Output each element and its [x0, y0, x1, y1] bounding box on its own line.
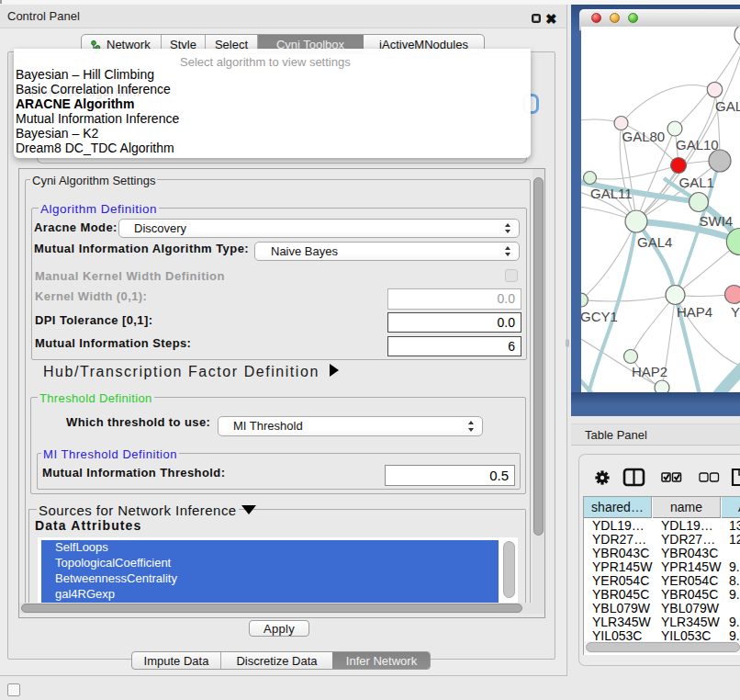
- svg-text:GAL11: GAL11: [590, 186, 633, 201]
- svg-text:SWI4: SWI4: [700, 213, 734, 229]
- svg-text:HAP4: HAP4: [677, 304, 712, 320]
- svg-text:Y: Y: [731, 304, 740, 320]
- svg-text:GAL10: GAL10: [676, 137, 719, 152]
- svg-text:GAL80: GAL80: [622, 129, 666, 144]
- svg-text:HAP2: HAP2: [632, 364, 667, 379]
- svg-text:GAL1: GAL1: [679, 175, 714, 190]
- svg-text:GAL4: GAL4: [637, 234, 672, 250]
- svg-text:GCY1: GCY1: [581, 309, 618, 324]
- svg-text:GAL7: GAL7: [715, 98, 740, 114]
